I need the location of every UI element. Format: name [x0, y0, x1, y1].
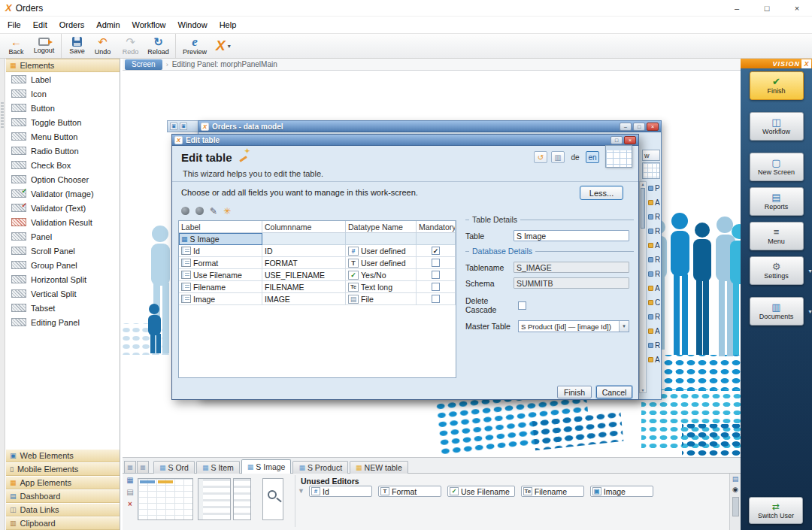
less-button[interactable]: Less... [580, 186, 623, 200]
splitter-grip[interactable] [1, 102, 4, 128]
element-item[interactable]: Menu Button [6, 129, 120, 144]
scrollbar-thumb[interactable] [732, 497, 739, 516]
scrollbar-thumb[interactable] [641, 188, 645, 229]
mini-tab-icon[interactable]: ▦ [137, 461, 149, 474]
visionx-button[interactable]: ▥ Documents [750, 297, 804, 326]
palette-section-header[interactable]: ▤ Dashboard [6, 489, 120, 503]
partial-button[interactable]: w [642, 150, 660, 161]
data-model-item[interactable]: RI [648, 338, 660, 353]
visionx-button[interactable]: ≡ Menu [750, 222, 804, 250]
table-tab[interactable]: ▦ S Image [241, 459, 292, 474]
element-item[interactable]: Group Panel [6, 258, 120, 272]
layout-strip-icon[interactable]: × [128, 501, 132, 508]
element-item[interactable]: Radio Button [6, 144, 120, 158]
data-model-item[interactable]: C: [648, 295, 660, 310]
mandatory-checkbox[interactable] [432, 247, 440, 255]
zoom-thumbnail[interactable] [262, 478, 283, 520]
close-button[interactable]: × [647, 123, 659, 131]
image-icon[interactable]: ▣ [170, 123, 177, 130]
element-item[interactable]: Icon [6, 86, 120, 101]
vertical-scrollbar[interactable] [639, 181, 647, 393]
mandatory-checkbox[interactable] [432, 259, 440, 267]
element-item[interactable]: Tabset [6, 301, 120, 315]
element-item[interactable]: Scroll Panel [6, 244, 120, 258]
table-name-input[interactable]: S Image [514, 230, 629, 241]
table-tab[interactable]: ▦ S Product [292, 461, 348, 474]
element-item[interactable]: Editing Panel [6, 315, 120, 329]
menu-item[interactable]: Admin [90, 18, 126, 32]
panel-toggle-icon[interactable]: ◉ [732, 486, 738, 493]
element-item[interactable]: Label [6, 72, 120, 86]
layout-thumbnail-list-small[interactable] [233, 478, 251, 520]
visionx-button[interactable]: ⚙ Settings [750, 256, 804, 285]
element-item[interactable]: Toggle Button [6, 115, 120, 129]
table-row[interactable]: Image IMAGE ▤ File [179, 293, 456, 305]
dialog-titlebar[interactable]: X Edit table □ × [172, 135, 638, 146]
menu-item[interactable]: Window [172, 18, 214, 32]
element-item[interactable]: Validation Result [6, 215, 120, 229]
palette-section-header[interactable]: ▥ Clipboard [6, 516, 120, 530]
maximize-button[interactable]: □ [752, 0, 782, 16]
master-table-select[interactable]: S Product ([id] — [image Id]) ▾ [518, 320, 629, 332]
menu-item[interactable]: Workflow [126, 18, 172, 32]
toolbar-button[interactable]: ↻ Reload [144, 34, 172, 58]
data-model-item[interactable]: A: [648, 195, 660, 210]
minimize-button[interactable]: – [722, 0, 752, 16]
column-header[interactable]: Label [179, 221, 262, 233]
table-row[interactable]: Id ID # User defined [179, 245, 456, 257]
element-item[interactable]: Vertical Split [6, 286, 120, 301]
column-header[interactable]: Mandatory [417, 221, 456, 233]
chevron-down-icon[interactable]: ▾ [619, 321, 629, 332]
mandatory-checkbox[interactable] [432, 271, 440, 279]
panel-toggle-icon[interactable]: ▤ [732, 476, 739, 483]
editor-chip[interactable]: Te Filename [521, 486, 584, 497]
element-item[interactable]: Button [6, 101, 120, 115]
table-tab[interactable]: ▦ S Item [196, 461, 240, 474]
table-row[interactable]: Format FORMAT T User defined [179, 257, 456, 269]
toolbar-button[interactable]: ← Back [2, 34, 30, 58]
palette-section-header[interactable]: ▣ Web Elements [6, 449, 120, 462]
layout-strip-icon[interactable]: ▦ [126, 477, 133, 484]
layout-thumbnail-grid[interactable] [138, 478, 193, 520]
column-header[interactable]: Datatype Name [346, 221, 417, 233]
editor-chip[interactable]: ▣ Image [590, 486, 653, 497]
field-toolbar-icon[interactable] [195, 207, 204, 215]
layout-thumbnail-list[interactable] [198, 478, 231, 520]
editor-chip[interactable]: # Id [309, 486, 372, 497]
field-toolbar-icon[interactable]: ✳ [223, 207, 231, 216]
toolbar-button[interactable]: e Preview [175, 34, 210, 58]
element-item[interactable]: Horizontal Split [6, 272, 120, 286]
toolbar-button[interactable]: Logout [30, 34, 58, 58]
dialog-tool-icon[interactable]: ▥ [551, 151, 565, 163]
element-item[interactable]: Validator (Text) [6, 201, 120, 215]
editor-chip[interactable]: ✓ Use Filename [447, 486, 515, 497]
menu-item[interactable]: Edit [27, 18, 53, 32]
data-model-titlebar[interactable]: X Orders - data model – □ × [198, 121, 661, 132]
element-item[interactable]: Panel [6, 229, 120, 244]
palette-section-header[interactable]: ▦ App Elements [6, 476, 120, 489]
switch-user-button[interactable]: ⇄ Switch User [749, 497, 803, 524]
data-model-item[interactable]: Pa [648, 181, 660, 195]
menu-item[interactable]: Help [214, 18, 243, 32]
visionx-logo-button[interactable]: X ▾ [216, 38, 231, 54]
palette-section-header[interactable]: ◫ Data Links [6, 503, 120, 516]
toolbar-button[interactable]: Save [61, 34, 89, 58]
collapsed-side-strip[interactable] [0, 59, 5, 530]
table-tab[interactable]: ▦ S Ord [153, 461, 195, 474]
data-model-item[interactable]: RI [648, 210, 660, 224]
visionx-button[interactable]: ✔ Finish [750, 71, 804, 100]
minimize-button[interactable]: – [620, 123, 632, 131]
table-group-row[interactable]: ▦ S Image [179, 233, 456, 245]
data-model-item[interactable]: RI [648, 310, 660, 324]
data-model-item[interactable]: A: [648, 353, 660, 367]
menu-item[interactable]: Orders [53, 18, 91, 32]
chevron-down-icon[interactable]: ▾ [808, 268, 811, 274]
mandatory-checkbox[interactable] [432, 295, 440, 303]
language-de-button[interactable]: de [568, 151, 582, 163]
field-toolbar-icon[interactable] [181, 207, 189, 215]
layout-strip-icon[interactable]: ▤ [126, 489, 133, 496]
table-tab[interactable]: ▦ NEW table [350, 461, 408, 474]
image-icon[interactable]: ▣ [180, 123, 187, 130]
maximize-button[interactable]: □ [611, 136, 623, 144]
chevron-down-icon[interactable]: ▾ [808, 308, 811, 315]
